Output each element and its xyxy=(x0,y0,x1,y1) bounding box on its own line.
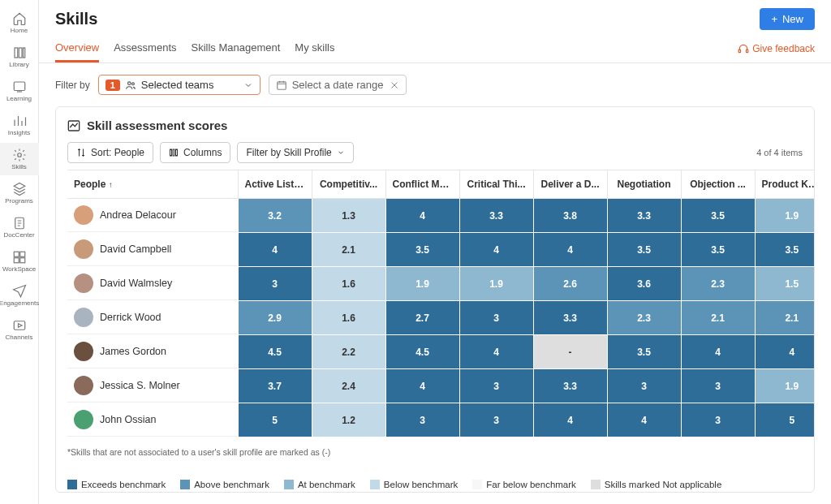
score-cell[interactable]: 3 xyxy=(238,267,312,301)
score-cell[interactable]: 4 xyxy=(385,199,459,233)
columns-button[interactable]: Columns xyxy=(160,142,230,163)
people-header[interactable]: People ↑ xyxy=(67,170,238,199)
score-cell[interactable]: 4 xyxy=(533,233,607,267)
sidebar-item-learning[interactable]: Learning xyxy=(0,75,39,107)
score-cell[interactable]: 3.3 xyxy=(533,301,607,335)
score-cell[interactable]: 4 xyxy=(681,335,755,369)
score-cell[interactable]: 4 xyxy=(385,369,459,403)
team-filter-dropdown[interactable]: 1 Selected teams xyxy=(98,75,260,95)
score-cell[interactable]: 1.2 xyxy=(312,403,385,437)
skill-header[interactable]: Product Kn... xyxy=(755,170,815,199)
score-cell[interactable]: 3.5 xyxy=(607,335,681,369)
sidebar-item-workspace[interactable]: WorkSpace xyxy=(0,245,39,278)
sidebar-item-engagements[interactable]: Engagements xyxy=(0,279,39,312)
skill-header[interactable]: Conflict Ma... xyxy=(385,170,459,199)
sidebar-item-insights[interactable]: Insights xyxy=(0,109,39,141)
skill-header[interactable]: Deliver a D... xyxy=(533,170,607,199)
score-cell[interactable]: 2.2 xyxy=(312,335,385,369)
score-cell[interactable]: - xyxy=(533,335,607,369)
skill-header[interactable]: Objection ... xyxy=(681,170,755,199)
score-cell[interactable]: 3.8 xyxy=(533,199,607,233)
score-cell[interactable]: 3.5 xyxy=(681,233,755,267)
score-cell[interactable]: 4 xyxy=(533,403,607,437)
score-cell[interactable]: 3 xyxy=(459,301,533,335)
score-cell[interactable]: 3 xyxy=(459,369,533,403)
score-cell[interactable]: 1.9 xyxy=(755,369,815,403)
score-cell[interactable]: 2.1 xyxy=(755,301,815,335)
score-cell[interactable]: 4 xyxy=(459,233,533,267)
person-cell[interactable]: Jessica S. Molner xyxy=(67,369,238,403)
score-cell[interactable]: 1.9 xyxy=(755,199,815,233)
score-cell[interactable]: 3 xyxy=(459,403,533,437)
score-cell[interactable]: 3.5 xyxy=(385,233,459,267)
sidebar-item-programs[interactable]: Programs xyxy=(0,177,39,209)
score-cell[interactable]: 3.3 xyxy=(533,369,607,403)
person-cell[interactable]: Andrea Delacour xyxy=(67,199,238,232)
score-cell[interactable]: 3.6 xyxy=(607,267,681,301)
new-button[interactable]: + New xyxy=(760,8,815,30)
score-cell[interactable]: 1.9 xyxy=(385,267,459,301)
score-cell[interactable]: 2.7 xyxy=(385,301,459,335)
score-cell[interactable]: 5 xyxy=(238,403,312,437)
score-cell[interactable]: 2.3 xyxy=(607,301,681,335)
score-cell[interactable]: 5 xyxy=(755,403,815,437)
score-cell[interactable]: 3 xyxy=(681,369,755,403)
skill-header[interactable]: Negotiation xyxy=(607,170,681,199)
score-cell[interactable]: 4.5 xyxy=(385,335,459,369)
score-cell[interactable]: 2.1 xyxy=(681,301,755,335)
score-cell[interactable]: 4 xyxy=(459,335,533,369)
tab-overview[interactable]: Overview xyxy=(55,35,99,62)
person-cell[interactable]: David Campbell xyxy=(67,233,238,266)
sidebar-item-doccenter[interactable]: DocCenter xyxy=(0,211,39,243)
score-cell[interactable]: 3 xyxy=(607,369,681,403)
sidebar-item-skills[interactable]: Skills xyxy=(0,143,39,175)
score-cell[interactable]: 3.5 xyxy=(607,233,681,267)
score-cell[interactable]: 3.5 xyxy=(755,233,815,267)
score-cell[interactable]: 2.9 xyxy=(238,301,312,335)
score-cell[interactable]: 4 xyxy=(755,335,815,369)
person-cell[interactable]: David Walmsley xyxy=(67,267,238,300)
give-feedback-link[interactable]: Give feedback xyxy=(738,43,815,54)
tab-assessments[interactable]: Assessments xyxy=(114,35,176,62)
score-cell[interactable]: 3.3 xyxy=(459,199,533,233)
score-cell[interactable]: 2.3 xyxy=(681,267,755,301)
tab-skills-management[interactable]: Skills Management xyxy=(192,35,281,62)
score-cell[interactable]: 2.1 xyxy=(312,233,385,267)
svg-point-4 xyxy=(17,153,21,157)
score-cell[interactable]: 4 xyxy=(607,403,681,437)
profile-filter-button[interactable]: Filter by Skill Profile xyxy=(237,142,353,163)
scores-table: People ↑ Active Liste...Competitiv...Con… xyxy=(67,170,815,437)
person-cell[interactable]: Derrick Wood xyxy=(67,301,238,334)
sidebar-item-library[interactable]: Library xyxy=(0,41,39,73)
person-cell[interactable]: John Ossian xyxy=(67,403,238,437)
person-cell[interactable]: James Gordon xyxy=(67,335,238,368)
score-cell[interactable]: 2.4 xyxy=(312,369,385,403)
score-cell[interactable]: 3.3 xyxy=(607,199,681,233)
score-cell[interactable]: 3 xyxy=(385,403,459,437)
score-cell[interactable]: 1.6 xyxy=(312,267,385,301)
score-cell[interactable]: 4.5 xyxy=(238,335,312,369)
score-cell[interactable]: 1.9 xyxy=(459,267,533,301)
score-cell[interactable]: 4 xyxy=(238,233,312,267)
score-cell[interactable]: 3.5 xyxy=(681,199,755,233)
skill-header[interactable]: Active Liste... xyxy=(238,170,312,199)
score-cell[interactable]: 3 xyxy=(681,403,755,437)
legend-label: Far below benchmark xyxy=(486,480,576,489)
sort-button[interactable]: Sort: People xyxy=(67,142,153,163)
main: Skills + New OverviewAssessmentsSkills M… xyxy=(39,0,831,504)
sidebar-item-channels[interactable]: Channels xyxy=(0,313,39,346)
sidebar-item-label: Engagements xyxy=(0,300,39,307)
score-cell[interactable]: 3.2 xyxy=(238,199,312,233)
skill-header[interactable]: Competitiv... xyxy=(312,170,385,199)
score-cell[interactable]: 1.3 xyxy=(312,199,385,233)
score-cell[interactable]: 1.6 xyxy=(312,301,385,335)
skill-header[interactable]: Critical Thi... xyxy=(459,170,533,199)
tab-my-skills[interactable]: My skills xyxy=(295,35,334,62)
date-range-filter[interactable]: Select a date range xyxy=(269,75,407,95)
score-cell[interactable]: 1.5 xyxy=(755,267,815,301)
close-icon[interactable] xyxy=(390,80,399,90)
score-cell[interactable]: 3.7 xyxy=(238,369,312,403)
score-cell[interactable]: 2.6 xyxy=(533,267,607,301)
people-header-label: People xyxy=(74,179,105,190)
sidebar-item-home[interactable]: Home xyxy=(0,6,39,39)
